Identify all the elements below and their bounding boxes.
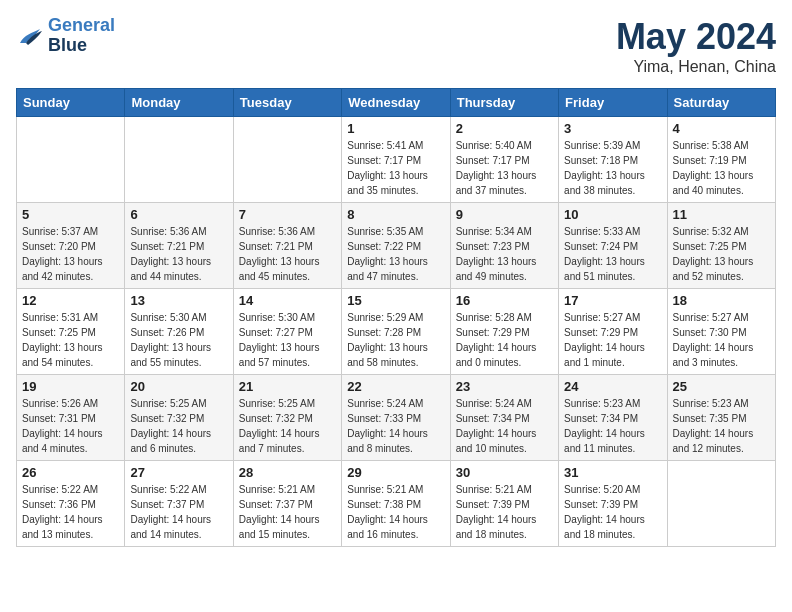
- day-number: 1: [347, 121, 444, 136]
- day-number: 9: [456, 207, 553, 222]
- day-number: 25: [673, 379, 770, 394]
- calendar-cell: 23Sunrise: 5:24 AM Sunset: 7:34 PM Dayli…: [450, 375, 558, 461]
- calendar-cell: 3Sunrise: 5:39 AM Sunset: 7:18 PM Daylig…: [559, 117, 667, 203]
- day-info: Sunrise: 5:20 AM Sunset: 7:39 PM Dayligh…: [564, 482, 661, 542]
- title-block: May 2024 Yima, Henan, China: [616, 16, 776, 76]
- calendar-cell: [233, 117, 341, 203]
- calendar-cell: [17, 117, 125, 203]
- day-number: 5: [22, 207, 119, 222]
- calendar-cell: 31Sunrise: 5:20 AM Sunset: 7:39 PM Dayli…: [559, 461, 667, 547]
- calendar-cell: 2Sunrise: 5:40 AM Sunset: 7:17 PM Daylig…: [450, 117, 558, 203]
- calendar-cell: 12Sunrise: 5:31 AM Sunset: 7:25 PM Dayli…: [17, 289, 125, 375]
- day-info: Sunrise: 5:31 AM Sunset: 7:25 PM Dayligh…: [22, 310, 119, 370]
- calendar-cell: 28Sunrise: 5:21 AM Sunset: 7:37 PM Dayli…: [233, 461, 341, 547]
- day-info: Sunrise: 5:40 AM Sunset: 7:17 PM Dayligh…: [456, 138, 553, 198]
- calendar-cell: [667, 461, 775, 547]
- day-info: Sunrise: 5:36 AM Sunset: 7:21 PM Dayligh…: [130, 224, 227, 284]
- day-info: Sunrise: 5:30 AM Sunset: 7:26 PM Dayligh…: [130, 310, 227, 370]
- calendar-week-row: 1Sunrise: 5:41 AM Sunset: 7:17 PM Daylig…: [17, 117, 776, 203]
- calendar-week-row: 12Sunrise: 5:31 AM Sunset: 7:25 PM Dayli…: [17, 289, 776, 375]
- weekday-header-tuesday: Tuesday: [233, 89, 341, 117]
- location-title: Yima, Henan, China: [616, 58, 776, 76]
- day-info: Sunrise: 5:29 AM Sunset: 7:28 PM Dayligh…: [347, 310, 444, 370]
- day-number: 20: [130, 379, 227, 394]
- day-number: 15: [347, 293, 444, 308]
- calendar-table: SundayMondayTuesdayWednesdayThursdayFrid…: [16, 88, 776, 547]
- logo: GeneralBlue: [16, 16, 115, 56]
- calendar-cell: 4Sunrise: 5:38 AM Sunset: 7:19 PM Daylig…: [667, 117, 775, 203]
- day-info: Sunrise: 5:32 AM Sunset: 7:25 PM Dayligh…: [673, 224, 770, 284]
- day-number: 21: [239, 379, 336, 394]
- day-number: 8: [347, 207, 444, 222]
- calendar-cell: 5Sunrise: 5:37 AM Sunset: 7:20 PM Daylig…: [17, 203, 125, 289]
- calendar-cell: 29Sunrise: 5:21 AM Sunset: 7:38 PM Dayli…: [342, 461, 450, 547]
- day-info: Sunrise: 5:35 AM Sunset: 7:22 PM Dayligh…: [347, 224, 444, 284]
- logo-text: GeneralBlue: [48, 16, 115, 56]
- day-info: Sunrise: 5:24 AM Sunset: 7:34 PM Dayligh…: [456, 396, 553, 456]
- day-info: Sunrise: 5:25 AM Sunset: 7:32 PM Dayligh…: [130, 396, 227, 456]
- day-number: 10: [564, 207, 661, 222]
- weekday-header-monday: Monday: [125, 89, 233, 117]
- day-number: 22: [347, 379, 444, 394]
- day-info: Sunrise: 5:27 AM Sunset: 7:30 PM Dayligh…: [673, 310, 770, 370]
- day-number: 17: [564, 293, 661, 308]
- day-number: 14: [239, 293, 336, 308]
- calendar-cell: 1Sunrise: 5:41 AM Sunset: 7:17 PM Daylig…: [342, 117, 450, 203]
- calendar-cell: 15Sunrise: 5:29 AM Sunset: 7:28 PM Dayli…: [342, 289, 450, 375]
- day-number: 12: [22, 293, 119, 308]
- weekday-header-friday: Friday: [559, 89, 667, 117]
- day-number: 13: [130, 293, 227, 308]
- logo-bird-icon: [16, 25, 44, 47]
- day-number: 23: [456, 379, 553, 394]
- calendar-cell: 24Sunrise: 5:23 AM Sunset: 7:34 PM Dayli…: [559, 375, 667, 461]
- day-info: Sunrise: 5:27 AM Sunset: 7:29 PM Dayligh…: [564, 310, 661, 370]
- day-info: Sunrise: 5:33 AM Sunset: 7:24 PM Dayligh…: [564, 224, 661, 284]
- calendar-cell: 30Sunrise: 5:21 AM Sunset: 7:39 PM Dayli…: [450, 461, 558, 547]
- weekday-header-row: SundayMondayTuesdayWednesdayThursdayFrid…: [17, 89, 776, 117]
- day-info: Sunrise: 5:26 AM Sunset: 7:31 PM Dayligh…: [22, 396, 119, 456]
- day-info: Sunrise: 5:23 AM Sunset: 7:34 PM Dayligh…: [564, 396, 661, 456]
- day-info: Sunrise: 5:21 AM Sunset: 7:37 PM Dayligh…: [239, 482, 336, 542]
- day-info: Sunrise: 5:21 AM Sunset: 7:38 PM Dayligh…: [347, 482, 444, 542]
- calendar-cell: 26Sunrise: 5:22 AM Sunset: 7:36 PM Dayli…: [17, 461, 125, 547]
- day-info: Sunrise: 5:22 AM Sunset: 7:37 PM Dayligh…: [130, 482, 227, 542]
- day-info: Sunrise: 5:39 AM Sunset: 7:18 PM Dayligh…: [564, 138, 661, 198]
- weekday-header-saturday: Saturday: [667, 89, 775, 117]
- day-info: Sunrise: 5:38 AM Sunset: 7:19 PM Dayligh…: [673, 138, 770, 198]
- weekday-header-thursday: Thursday: [450, 89, 558, 117]
- day-number: 30: [456, 465, 553, 480]
- calendar-cell: 13Sunrise: 5:30 AM Sunset: 7:26 PM Dayli…: [125, 289, 233, 375]
- day-info: Sunrise: 5:34 AM Sunset: 7:23 PM Dayligh…: [456, 224, 553, 284]
- day-number: 27: [130, 465, 227, 480]
- day-info: Sunrise: 5:23 AM Sunset: 7:35 PM Dayligh…: [673, 396, 770, 456]
- calendar-cell: 8Sunrise: 5:35 AM Sunset: 7:22 PM Daylig…: [342, 203, 450, 289]
- calendar-cell: 9Sunrise: 5:34 AM Sunset: 7:23 PM Daylig…: [450, 203, 558, 289]
- day-info: Sunrise: 5:22 AM Sunset: 7:36 PM Dayligh…: [22, 482, 119, 542]
- calendar-cell: 7Sunrise: 5:36 AM Sunset: 7:21 PM Daylig…: [233, 203, 341, 289]
- day-info: Sunrise: 5:36 AM Sunset: 7:21 PM Dayligh…: [239, 224, 336, 284]
- weekday-header-wednesday: Wednesday: [342, 89, 450, 117]
- calendar-week-row: 19Sunrise: 5:26 AM Sunset: 7:31 PM Dayli…: [17, 375, 776, 461]
- day-number: 28: [239, 465, 336, 480]
- day-info: Sunrise: 5:24 AM Sunset: 7:33 PM Dayligh…: [347, 396, 444, 456]
- day-number: 18: [673, 293, 770, 308]
- day-number: 2: [456, 121, 553, 136]
- calendar-cell: 20Sunrise: 5:25 AM Sunset: 7:32 PM Dayli…: [125, 375, 233, 461]
- day-info: Sunrise: 5:21 AM Sunset: 7:39 PM Dayligh…: [456, 482, 553, 542]
- calendar-cell: 21Sunrise: 5:25 AM Sunset: 7:32 PM Dayli…: [233, 375, 341, 461]
- calendar-cell: 11Sunrise: 5:32 AM Sunset: 7:25 PM Dayli…: [667, 203, 775, 289]
- day-number: 19: [22, 379, 119, 394]
- month-title: May 2024: [616, 16, 776, 58]
- day-info: Sunrise: 5:41 AM Sunset: 7:17 PM Dayligh…: [347, 138, 444, 198]
- calendar-cell: 18Sunrise: 5:27 AM Sunset: 7:30 PM Dayli…: [667, 289, 775, 375]
- day-number: 3: [564, 121, 661, 136]
- day-info: Sunrise: 5:28 AM Sunset: 7:29 PM Dayligh…: [456, 310, 553, 370]
- calendar-cell: 19Sunrise: 5:26 AM Sunset: 7:31 PM Dayli…: [17, 375, 125, 461]
- page-header: GeneralBlue May 2024 Yima, Henan, China: [16, 16, 776, 76]
- day-number: 26: [22, 465, 119, 480]
- weekday-header-sunday: Sunday: [17, 89, 125, 117]
- calendar-cell: 14Sunrise: 5:30 AM Sunset: 7:27 PM Dayli…: [233, 289, 341, 375]
- calendar-week-row: 5Sunrise: 5:37 AM Sunset: 7:20 PM Daylig…: [17, 203, 776, 289]
- calendar-cell: 16Sunrise: 5:28 AM Sunset: 7:29 PM Dayli…: [450, 289, 558, 375]
- calendar-cell: 6Sunrise: 5:36 AM Sunset: 7:21 PM Daylig…: [125, 203, 233, 289]
